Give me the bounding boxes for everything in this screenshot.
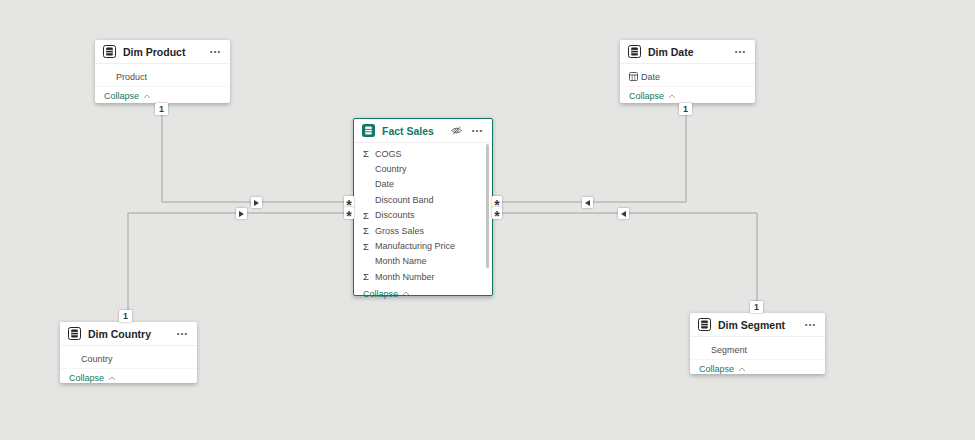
field-name: Product — [116, 72, 147, 82]
more-options-icon[interactable]: … — [471, 123, 484, 139]
field-name: Date — [641, 72, 660, 82]
table-card-dim-product[interactable]: Dim Product … Product Collapse — [95, 40, 230, 103]
table-title: Fact Sales — [382, 125, 450, 137]
sigma-icon: Σ — [363, 241, 375, 252]
sigma-icon: Σ — [363, 210, 375, 221]
field-name: Segment — [711, 345, 747, 355]
filter-direction-arrow[interactable] — [251, 197, 262, 208]
field-name: Country — [375, 164, 407, 174]
field-row-cogs[interactable]: Σ COGS — [354, 146, 492, 161]
field-row-date[interactable]: Date — [354, 177, 492, 192]
field-row-segment[interactable]: Segment — [690, 340, 825, 360]
field-name: Month Number — [375, 272, 435, 282]
table-icon-selected — [362, 124, 375, 137]
table-title: Dim Country — [88, 328, 176, 340]
collapse-toggle[interactable]: Collapse — [60, 369, 197, 387]
collapse-label: Collapse — [104, 91, 139, 101]
field-name: Gross Sales — [375, 226, 424, 236]
field-row-month-name[interactable]: Month Name — [354, 254, 492, 269]
table-card-dim-country[interactable]: Dim Country … Country Collapse — [60, 322, 197, 383]
field-name: Manufacturing Price — [375, 241, 455, 251]
table-header-dim-product[interactable]: Dim Product … — [95, 40, 230, 64]
table-header-dim-date[interactable]: Dim Date … — [620, 40, 755, 64]
cardinality-one-label[interactable]: 1 — [119, 310, 132, 322]
cardinality-one-label[interactable]: 1 — [679, 103, 692, 115]
more-options-icon[interactable]: … — [209, 44, 222, 60]
more-options-icon[interactable]: … — [176, 326, 189, 342]
sigma-icon: Σ — [363, 148, 375, 159]
field-row-gross-sales[interactable]: Σ Gross Sales — [354, 223, 492, 238]
collapse-label: Collapse — [69, 373, 104, 383]
relationship-line-date-fact[interactable] — [494, 103, 686, 202]
chevron-up-icon — [108, 376, 116, 381]
relationship-line-segment-fact[interactable] — [494, 213, 757, 313]
field-name: COGS — [375, 149, 402, 159]
relationship-line-country-fact[interactable] — [128, 213, 353, 322]
table-title: Dim Product — [123, 46, 209, 58]
cardinality-one-label[interactable]: 1 — [155, 103, 168, 115]
collapse-toggle[interactable]: Collapse — [690, 360, 825, 378]
table-icon — [68, 327, 81, 340]
model-diagram-canvas[interactable]: Dim Product … Product Collapse Dim Dat — [0, 0, 975, 440]
arrow-left-icon — [585, 200, 590, 206]
table-card-fact-sales[interactable]: Fact Sales … Σ COGS Country Date — [353, 118, 493, 296]
field-name: Discounts — [375, 210, 415, 220]
relationship-line-product-fact[interactable] — [162, 103, 353, 202]
field-name: Month Name — [375, 256, 427, 266]
chevron-up-icon — [668, 94, 676, 99]
collapse-label: Collapse — [363, 289, 398, 299]
field-row-date[interactable]: Date — [620, 67, 755, 87]
chevron-up-icon — [143, 94, 151, 99]
cardinality-many-label[interactable]: * — [344, 207, 354, 219]
field-name: Date — [375, 179, 394, 189]
field-row-discount-band[interactable]: Discount Band — [354, 192, 492, 207]
calendar-icon — [629, 72, 641, 81]
arrow-left-icon — [621, 211, 626, 217]
table-title: Dim Date — [648, 46, 734, 58]
sigma-icon: Σ — [363, 271, 375, 282]
visibility-eye-icon[interactable] — [450, 125, 463, 136]
fields-scrollbar[interactable] — [486, 144, 489, 268]
field-row-country[interactable]: Country — [354, 161, 492, 176]
collapse-label: Collapse — [629, 91, 664, 101]
arrow-right-icon — [239, 211, 244, 217]
table-header-dim-country[interactable]: Dim Country … — [60, 322, 197, 346]
table-icon — [103, 45, 116, 58]
filter-direction-arrow[interactable] — [618, 208, 629, 219]
more-options-icon[interactable]: … — [734, 44, 747, 60]
field-row-country[interactable]: Country — [60, 349, 197, 369]
table-icon — [628, 45, 641, 58]
table-card-dim-segment[interactable]: Dim Segment … Segment Collapse — [690, 313, 825, 374]
table-icon — [698, 318, 711, 331]
table-header-fact-sales[interactable]: Fact Sales … — [354, 119, 492, 143]
field-row-discounts[interactable]: Σ Discounts — [354, 208, 492, 223]
collapse-toggle[interactable]: Collapse — [354, 285, 492, 303]
many-asterisk: * — [494, 208, 499, 219]
filter-direction-arrow[interactable] — [236, 208, 247, 219]
field-row-product[interactable]: Product — [95, 67, 230, 87]
chevron-up-icon — [738, 367, 746, 372]
field-name: Country — [81, 354, 113, 364]
collapse-label: Collapse — [699, 364, 734, 374]
field-row-month-number[interactable]: Σ Month Number — [354, 269, 492, 284]
table-header-dim-segment[interactable]: Dim Segment … — [690, 313, 825, 337]
field-name: Discount Band — [375, 195, 434, 205]
filter-direction-arrow[interactable] — [582, 197, 593, 208]
chevron-up-icon — [402, 291, 410, 296]
many-asterisk: * — [346, 208, 351, 219]
cardinality-many-label[interactable]: * — [492, 207, 502, 219]
sigma-icon: Σ — [363, 225, 375, 236]
table-title: Dim Segment — [718, 319, 804, 331]
cardinality-one-label[interactable]: 1 — [750, 301, 763, 313]
more-options-icon[interactable]: … — [804, 317, 817, 333]
table-card-dim-date[interactable]: Dim Date … Date Collapse — [620, 40, 755, 103]
arrow-right-icon — [254, 200, 259, 206]
field-row-manufacturing-price[interactable]: Σ Manufacturing Price — [354, 238, 492, 253]
